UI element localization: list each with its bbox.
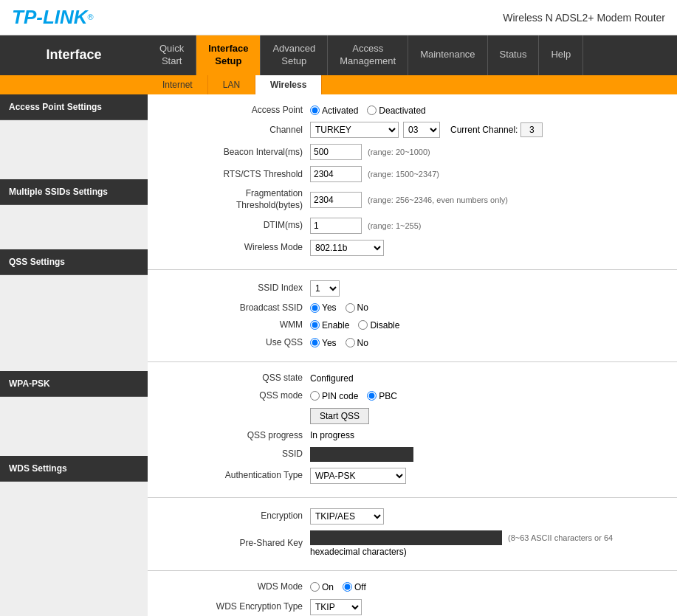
access-point-row: Access Point Activated Deactivated — [162, 105, 662, 117]
rts-range: (range: 1500~2347) — [368, 170, 439, 179]
wmm-enable-label: Enable — [322, 320, 349, 331]
sub-tab-lan[interactable]: LAN — [208, 75, 255, 94]
tab-help[interactable]: Help — [539, 35, 583, 75]
radio-wmm-enable[interactable]: Enable — [310, 320, 349, 331]
header: TP-LINK® Wireless N ADSL2+ Modem Router — [0, 0, 677, 35]
radio-pin-code[interactable]: PIN code — [310, 391, 358, 401]
qss-state-label: QSS state — [162, 373, 310, 384]
radio-use-qss-no-input[interactable] — [346, 338, 355, 347]
pre-shared-key-hint: (8~63 ASCII characters or 64 — [508, 533, 613, 542]
beacon-row: Beacon Interval(ms) (range: 20~1000) — [162, 144, 662, 160]
qss-progress-row: QSS progress In progress — [162, 430, 662, 442]
content-area: Access Point Activated Deactivated — [148, 94, 677, 616]
sidebar-item-multiple-ssids[interactable]: Multiple SSIDs Settings — [0, 179, 148, 205]
tab-maintenance[interactable]: Maintenance — [408, 35, 487, 75]
current-channel-label: Current Channel: — [450, 125, 518, 135]
sidebar-item-qss[interactable]: QSS Settings — [0, 249, 148, 275]
sidebar-item-access-point[interactable]: Access Point Settings — [0, 94, 148, 120]
beacon-range: (range: 20~1000) — [368, 148, 430, 156]
radio-pbc-input[interactable] — [367, 391, 377, 401]
radio-activated-input[interactable] — [310, 105, 320, 115]
wireless-mode-select[interactable]: 802.11b 802.11g 802.11n — [310, 240, 384, 256]
radio-wmm-enable-input[interactable] — [310, 320, 320, 330]
wireless-mode-row: Wireless Mode 802.11b 802.11g 802.11n — [162, 240, 662, 256]
start-qss-row: Start QSS — [162, 408, 662, 424]
radio-wmm-disable-input[interactable] — [358, 320, 368, 330]
rts-label: RTS/CTS Threshold — [162, 169, 310, 181]
wds-encryption-select[interactable]: TKIP — [310, 599, 362, 615]
frag-input[interactable] — [310, 192, 362, 208]
channel-num-select[interactable]: 03 — [403, 122, 440, 138]
radio-wds-off[interactable]: Off — [343, 582, 366, 592]
radio-deactivated[interactable]: Deactivated — [367, 105, 425, 116]
nav-left-label: Interface — [0, 35, 148, 75]
qss-ssid-label: SSID — [162, 449, 310, 460]
radio-pin-code-input[interactable] — [310, 391, 320, 401]
product-name: Wireless N ADSL2+ Modem Router — [503, 12, 665, 24]
logo-reg: ® — [88, 13, 94, 21]
qss-state-row: QSS state Configured — [162, 373, 662, 384]
sub-tab-wireless[interactable]: Wireless — [255, 75, 322, 94]
logo-text: TP-LINK — [12, 6, 88, 28]
current-channel-value: 3 — [520, 122, 543, 137]
dtim-range: (range: 1~255) — [368, 221, 421, 230]
wds-section: WDS Mode On Off WDS — [148, 571, 677, 616]
sidebar-item-wds[interactable]: WDS Settings — [0, 456, 148, 482]
radio-use-qss-yes-input[interactable] — [310, 338, 320, 347]
encryption-label: Encryption — [162, 511, 310, 522]
dtim-input[interactable] — [310, 218, 362, 234]
pre-shared-key-row: Pre-Shared Key (8~63 ASCII characters or… — [162, 530, 662, 557]
ssid-index-select[interactable]: 1 — [310, 280, 340, 297]
auth-type-label: Authentication Type — [162, 470, 310, 482]
radio-broadcast-yes-input[interactable] — [310, 303, 320, 313]
radio-use-qss-no[interactable]: No — [346, 338, 368, 348]
radio-broadcast-no[interactable]: No — [346, 302, 368, 313]
radio-deactivated-input[interactable] — [367, 105, 377, 115]
auth-type-row: Authentication Type WPA-PSK — [162, 468, 662, 484]
access-point-section: Access Point Activated Deactivated — [148, 94, 677, 270]
wmm-disable-label: Disable — [370, 320, 399, 331]
pre-shared-key-label: Pre-Shared Key — [162, 538, 310, 550]
dtim-label: DTIM(ms) — [162, 220, 310, 232]
broadcast-no-label: No — [357, 302, 368, 313]
radio-wds-off-input[interactable] — [343, 582, 352, 592]
beacon-input[interactable] — [310, 144, 362, 160]
broadcast-ssid-label: Broadcast SSID — [162, 302, 310, 314]
start-qss-button[interactable]: Start QSS — [310, 408, 369, 424]
channel-select[interactable]: TURKEY — [310, 122, 399, 138]
qss-section: QSS state Configured QSS mode PIN code — [148, 362, 677, 498]
multiple-ssids-section: SSID Index 1 Broadcast SSID Yes — [148, 270, 677, 363]
dtim-row: DTIM(ms) (range: 1~255) — [162, 218, 662, 234]
radio-wds-on-input[interactable] — [310, 582, 320, 592]
qss-mode-label: QSS mode — [162, 390, 310, 402]
frag-row: FragmentationThreshold(bytes) (range: 25… — [162, 188, 662, 211]
qss-ssid-redacted — [310, 447, 413, 462]
sidebar-item-wpa-psk[interactable]: WPA-PSK — [0, 371, 148, 397]
radio-activated[interactable]: Activated — [310, 105, 358, 116]
radio-use-qss-yes[interactable]: Yes — [310, 338, 337, 348]
radio-pbc[interactable]: PBC — [367, 391, 397, 401]
tab-status[interactable]: Status — [488, 35, 540, 75]
radio-wmm-disable[interactable]: Disable — [358, 320, 399, 331]
qss-ssid-row: SSID — [162, 447, 662, 462]
broadcast-ssid-row: Broadcast SSID Yes No — [162, 302, 662, 314]
tab-access-management[interactable]: AccessManagement — [328, 35, 408, 75]
tab-advanced-setup[interactable]: AdvancedSetup — [261, 35, 328, 75]
tab-quick-start[interactable]: QuickStart — [148, 35, 196, 75]
use-qss-no-label: No — [357, 338, 368, 348]
radio-broadcast-yes[interactable]: Yes — [310, 302, 337, 313]
tab-interface-setup[interactable]: InterfaceSetup — [196, 35, 261, 75]
sub-tab-internet[interactable]: Internet — [148, 75, 208, 94]
use-qss-yes-label: Yes — [322, 338, 337, 348]
qss-mode-row: QSS mode PIN code PBC — [162, 390, 662, 402]
radio-wds-on[interactable]: On — [310, 582, 334, 592]
encryption-select[interactable]: TKIP/AES — [310, 508, 384, 525]
wireless-mode-label: Wireless Mode — [162, 242, 310, 254]
auth-type-select[interactable]: WPA-PSK — [310, 468, 406, 484]
access-point-label: Access Point — [162, 105, 310, 117]
radio-broadcast-no-input[interactable] — [346, 303, 355, 313]
wds-on-label: On — [322, 582, 334, 592]
channel-label: Channel — [162, 125, 310, 136]
rts-input[interactable] — [310, 166, 362, 182]
radio-activated-label: Activated — [322, 105, 358, 116]
